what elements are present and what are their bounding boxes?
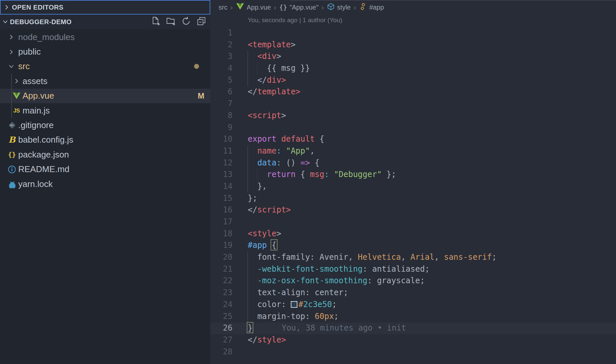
code-token: -moz-osx-font-smoothing	[257, 276, 367, 285]
tree-item-public[interactable]: public	[0, 44, 210, 59]
breadcrumb-item-app-vue[interactable]: App.vue	[236, 3, 271, 12]
line-number[interactable]: 16	[210, 204, 232, 216]
code-line-19[interactable]: 19#app {	[210, 240, 616, 251]
new-file-button[interactable]	[151, 17, 161, 27]
workspace-section-header[interactable]: DEBUGGER-DEMO	[0, 15, 210, 29]
tree-item-main-js[interactable]: JSmain.js	[0, 103, 210, 118]
line-number[interactable]: 3	[210, 51, 232, 63]
gitlens-authors-codelens[interactable]: You, seconds ago | 1 author (You)	[248, 15, 342, 26]
code-line-content: }You, 38 minutes ago • init	[248, 322, 406, 334]
code-line-22[interactable]: 22 -moz-osx-font-smoothing: grayscale;	[210, 275, 616, 287]
line-number[interactable]: 24	[210, 299, 232, 311]
code-area[interactable]: 12<template>3 <div>4 {{ msg }}5 </div>6<…	[210, 27, 616, 358]
line-number[interactable]: 2	[210, 39, 232, 51]
line-number[interactable]: 8	[210, 110, 232, 122]
line-number[interactable]: 25	[210, 311, 232, 323]
line-number[interactable]: 22	[210, 275, 232, 287]
code-line-18[interactable]: 18<style>	[210, 228, 616, 240]
code-line-27[interactable]: 27</style>	[210, 334, 616, 346]
file-label: yarn.lock	[18, 179, 53, 189]
collapse-all-icon	[196, 16, 206, 27]
line-number[interactable]: 27	[210, 334, 232, 346]
breadcrumb-item-style[interactable]: style	[327, 3, 351, 12]
tree-item-app-vue[interactable]: App.vueM	[0, 89, 210, 103]
code-line-10[interactable]: 10export default {	[210, 133, 616, 145]
vue-icon	[12, 92, 21, 100]
tree-item-src[interactable]: src	[0, 59, 210, 74]
file-label: README.md	[18, 164, 70, 174]
code-line-5[interactable]: 5 </div>	[210, 74, 616, 86]
line-number[interactable]: 9	[210, 122, 232, 134]
code-line-4[interactable]: 4 {{ msg }}	[210, 63, 616, 74]
code-line-6[interactable]: 6</template>	[210, 86, 616, 98]
line-number[interactable]: 19	[210, 240, 232, 251]
tree-item--gitignore[interactable]: .gitignore	[0, 118, 210, 132]
code-token: : antialiased;	[363, 264, 430, 274]
code-line-17[interactable]: 17	[210, 216, 616, 228]
code-token: style	[257, 335, 281, 344]
breadcrumb-item-src[interactable]: src	[219, 4, 228, 11]
code-line-28[interactable]: 28	[210, 346, 616, 358]
tree-item-yarn-lock[interactable]: yarn.lock	[0, 177, 210, 191]
code-token: <template	[248, 40, 291, 49]
code-line-14[interactable]: 14 },	[210, 181, 616, 193]
code-line-15[interactable]: 15};	[210, 193, 616, 205]
line-number[interactable]: 15	[210, 193, 232, 205]
line-number[interactable]: 21	[210, 263, 232, 275]
new-folder-button[interactable]	[166, 17, 176, 27]
code-line-12[interactable]: 12 data: () => {	[210, 157, 616, 169]
workspace-label: DEBUGGER-DEMO	[10, 18, 72, 26]
line-number[interactable]: 14	[210, 181, 232, 193]
code-line-26[interactable]: 26}You, 38 minutes ago • init	[210, 322, 616, 334]
line-number[interactable]: 23	[210, 287, 232, 299]
file-label: assets	[23, 76, 47, 86]
code-token	[329, 170, 334, 179]
line-number[interactable]: 4	[210, 63, 232, 74]
code-line-21[interactable]: 21 -webkit-font-smoothing: antialiased;	[210, 263, 616, 275]
code-token: >	[296, 87, 300, 96]
line-number[interactable]: 26	[210, 322, 232, 334]
tree-item-readme-md[interactable]: README.md	[0, 162, 210, 177]
code-line-23[interactable]: 23 text-align: center;	[210, 287, 616, 299]
line-number[interactable]: 7	[210, 98, 232, 110]
code-line-16[interactable]: 16</script>	[210, 204, 616, 216]
code-line-1[interactable]: 1	[210, 27, 616, 39]
line-number[interactable]: 20	[210, 251, 232, 263]
tree-item-node-modules[interactable]: node_modules	[0, 30, 210, 44]
code-token: :	[277, 146, 281, 156]
open-editors-section-header[interactable]: OPEN EDITORS	[0, 0, 210, 15]
code-line-25[interactable]: 25 margin-top: 60px;	[210, 311, 616, 323]
line-number[interactable]: 13	[210, 169, 232, 181]
tree-item-package-json[interactable]: {}package.json	[0, 147, 210, 162]
line-number[interactable]: 1	[210, 27, 232, 39]
code-line-9[interactable]: 9	[210, 122, 616, 134]
line-number[interactable]: 5	[210, 74, 232, 86]
color-swatch[interactable]	[291, 301, 297, 308]
code-line-2[interactable]: 2<template>	[210, 39, 616, 51]
code-token: export	[248, 134, 277, 144]
code-line-7[interactable]: 7	[210, 98, 616, 110]
code-line-3[interactable]: 3 <div>	[210, 51, 616, 63]
file-label: src	[18, 61, 30, 71]
tree-item-assets[interactable]: assets	[0, 74, 210, 88]
code-line-13[interactable]: 13 return { msg: "Debugger" };	[210, 169, 616, 181]
tree-item-babel-config-js[interactable]: Bbabel.config.js	[0, 133, 210, 147]
chevron-right-icon	[13, 78, 20, 84]
code-line-8[interactable]: 8<script>	[210, 110, 616, 122]
line-number[interactable]: 12	[210, 157, 232, 169]
code-line-24[interactable]: 24 color: #2c3e50;	[210, 299, 616, 311]
breadcrumb-item--app-vue-[interactable]: {}"App.vue"	[279, 4, 319, 11]
line-number[interactable]: 6	[210, 86, 232, 98]
collapse-folders-button[interactable]	[196, 17, 206, 27]
line-number[interactable]: 28	[210, 346, 232, 358]
git-icon	[7, 121, 17, 130]
babel-icon: B	[7, 136, 17, 144]
line-number[interactable]: 11	[210, 145, 232, 157]
line-number[interactable]: 17	[210, 216, 232, 228]
breadcrumb-item--app[interactable]: #app	[359, 3, 384, 12]
line-number[interactable]: 18	[210, 228, 232, 240]
line-number[interactable]: 10	[210, 133, 232, 145]
refresh-explorer-button[interactable]	[181, 17, 191, 27]
code-line-20[interactable]: 20 font-family: Avenir, Helvetica, Arial…	[210, 251, 616, 263]
code-line-11[interactable]: 11 name: "App",	[210, 145, 616, 157]
